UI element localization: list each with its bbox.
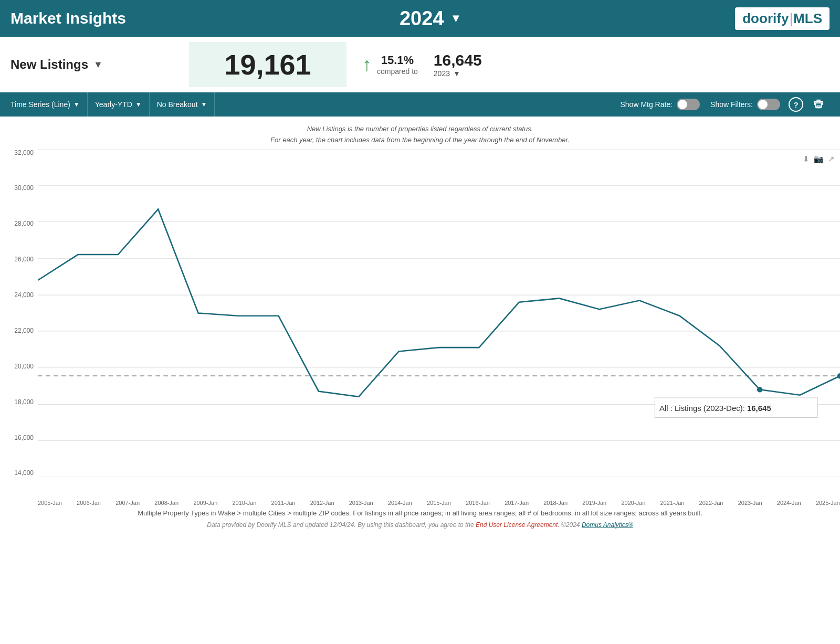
yearly-ytd-control[interactable]: Yearly-YTD ▼: [88, 92, 150, 117]
time-series-caret: ▼: [74, 101, 80, 108]
no-breakout-control[interactable]: No Breakout ▼: [150, 92, 215, 117]
chart-area: ⬇ 📷 ↗ 32,000 30,000 28,000 26,000 24,000…: [0, 149, 840, 506]
compare-number-area: 16,645 2023 ▼: [434, 51, 482, 78]
no-breakout-label: No Breakout: [157, 100, 198, 109]
svg-rect-0: [816, 103, 822, 107]
logo: doorify|MLS: [735, 7, 830, 30]
compare-year-row: 2023 ▼: [434, 69, 482, 78]
year-selector[interactable]: 2024 ▼: [400, 7, 461, 30]
pct-change: 15.1%: [377, 54, 418, 67]
selected-year: 2024: [400, 7, 444, 30]
show-filters-label: Show Filters:: [710, 100, 753, 109]
footer-legal: Data provided by Doorify MLS and updated…: [0, 519, 840, 533]
chart-highlight-dot: [757, 387, 763, 392]
line-chart: All : Listings (2023-Dec): 16,645: [38, 149, 840, 477]
mtg-rate-toggle[interactable]: [677, 99, 700, 110]
metric-label-area: New Listings ▼: [10, 57, 189, 72]
y-axis: 32,000 30,000 28,000 26,000 24,000 22,00…: [0, 149, 38, 477]
help-button[interactable]: ?: [789, 97, 803, 112]
eula-link[interactable]: End User License Agreement: [476, 521, 558, 529]
page-title: Market Insights: [10, 9, 126, 27]
metric-name: New Listings: [10, 57, 88, 72]
x-axis: 2005-Jan 2006-Jan 2007-Jan 2008-Jan 2009…: [38, 497, 840, 506]
time-series-control[interactable]: Time Series (Line) ▼: [10, 92, 88, 117]
time-series-label: Time Series (Line): [10, 100, 70, 109]
chart-desc-line2: For each year, the chart includes data f…: [0, 135, 840, 146]
metric-dropdown-icon[interactable]: ▼: [93, 59, 103, 70]
footer-note: Multiple Property Types in Wake > multip…: [0, 506, 840, 519]
yearly-ytd-label: Yearly-YTD: [95, 100, 132, 109]
year-dropdown-icon: ▼: [450, 12, 462, 25]
logo-brand: doorify|MLS: [742, 10, 822, 27]
primary-value: 19,161: [224, 49, 311, 80]
print-button[interactable]: [807, 99, 830, 110]
no-breakout-caret: ▼: [201, 101, 207, 108]
show-filters-toggle[interactable]: [757, 99, 780, 110]
compare-year-label: 2023: [434, 69, 450, 78]
compare-year-dropdown-icon[interactable]: ▼: [453, 69, 460, 78]
controls-bar: Time Series (Line) ▼ Yearly-YTD ▼ No Bre…: [0, 92, 840, 117]
legal-prefix: Data provided by Doorify MLS and updated…: [207, 521, 476, 529]
yearly-ytd-caret: ▼: [135, 101, 142, 108]
svg-text:All : Listings (2023-Dec): 16,: All : Listings (2023-Dec): 16,645: [659, 404, 771, 413]
comparison-area: ↑ 15.1% compared to: [362, 54, 418, 76]
compare-value: 16,645: [434, 51, 482, 69]
chart-description: New Listings is the number of properties…: [0, 117, 840, 149]
domus-link[interactable]: Domus Analytics®: [582, 521, 633, 529]
top-header: Market Insights 2024 ▼ doorify|MLS: [0, 0, 840, 37]
chart-end-dot: [837, 373, 840, 378]
mtg-rate-toggle-group: Show Mtg Rate:: [620, 99, 700, 110]
show-filters-toggle-group: Show Filters:: [710, 99, 780, 110]
chart-desc-line1: New Listings is the number of properties…: [0, 124, 840, 135]
primary-value-box: 19,161: [189, 42, 346, 87]
chart-line: [38, 209, 840, 396]
mtg-rate-label: Show Mtg Rate:: [620, 100, 673, 109]
stats-row: New Listings ▼ 19,161 ↑ 15.1% compared t…: [0, 37, 840, 92]
compared-to-label: compared to: [377, 67, 418, 76]
legal-suffix: . ©2024: [558, 521, 582, 529]
trend-up-icon: ↑: [362, 54, 372, 76]
